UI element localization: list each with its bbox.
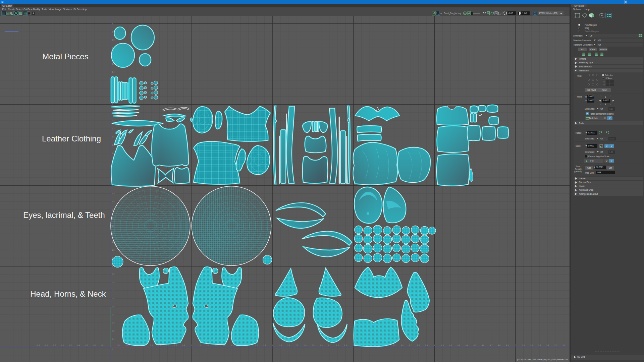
svg-text:Leather Clothing: Leather Clothing bbox=[42, 134, 101, 143]
svg-text:ACES 1.0 SDR-video (sRGB): ACES 1.0 SDR-video (sRGB) bbox=[539, 12, 557, 15]
svg-text:Eyes, lacrimal, & Teeth: Eyes, lacrimal, & Teeth bbox=[23, 210, 105, 220]
svg-text:5.5: 5.5 bbox=[554, 344, 557, 346]
svg-text:1.2: 1.2 bbox=[112, 249, 115, 251]
svg-text:0.8: 0.8 bbox=[112, 282, 115, 284]
svg-text:0.3: 0.3 bbox=[112, 322, 115, 324]
svg-text:1.00: 1.00 bbox=[522, 12, 527, 14]
svg-text:0.00: 0.00 bbox=[508, 12, 513, 14]
svg-text:4.8: 4.8 bbox=[498, 344, 500, 346]
svg-text:-0.8: -0.8 bbox=[45, 344, 48, 346]
svg-text:4.1: 4.1 bbox=[441, 344, 444, 346]
svg-text:5.2: 5.2 bbox=[530, 344, 533, 346]
svg-text:3.7: 3.7 bbox=[409, 344, 412, 346]
svg-text:0.8: 0.8 bbox=[174, 344, 177, 346]
svg-text:-0.2: -0.2 bbox=[93, 344, 96, 346]
svg-text:-0.9: -0.9 bbox=[36, 344, 40, 346]
svg-text:2.7: 2.7 bbox=[112, 128, 115, 130]
svg-text:0.5: 0.5 bbox=[112, 306, 115, 308]
svg-text:1.5: 1.5 bbox=[231, 344, 233, 346]
svg-text:-0.6: -0.6 bbox=[61, 344, 64, 346]
svg-text:1.9: 1.9 bbox=[112, 192, 115, 194]
svg-text:3.8: 3.8 bbox=[112, 39, 115, 41]
svg-text:M: M bbox=[487, 12, 489, 14]
svg-text:4.7: 4.7 bbox=[490, 344, 492, 346]
svg-text:4.2: 4.2 bbox=[449, 344, 452, 346]
svg-text:4.9: 4.9 bbox=[506, 344, 508, 346]
svg-text:-0.7: -0.7 bbox=[53, 344, 56, 346]
svg-text:0.9: 0.9 bbox=[182, 344, 185, 346]
svg-text:2.6: 2.6 bbox=[320, 344, 323, 346]
svg-text:3.9: 3.9 bbox=[425, 344, 428, 346]
svg-text:2: 2 bbox=[272, 344, 273, 346]
svg-text:5: 5 bbox=[515, 344, 516, 346]
svg-text:2.3: 2.3 bbox=[296, 344, 298, 346]
svg-text:0.1: 0.1 bbox=[118, 344, 120, 346]
svg-text:Zbrush_Tear_line.bmp: Zbrush_Tear_line.bmp bbox=[444, 12, 461, 15]
svg-text:3: 3 bbox=[112, 104, 113, 106]
svg-text:N: N bbox=[495, 12, 497, 14]
svg-text:4.3: 4.3 bbox=[458, 344, 460, 346]
svg-text:3.5: 3.5 bbox=[393, 344, 395, 346]
svg-text:0.7: 0.7 bbox=[112, 290, 115, 292]
svg-text:2.5: 2.5 bbox=[312, 344, 314, 346]
svg-text:2.2: 2.2 bbox=[287, 344, 290, 346]
svg-text:1: 1 bbox=[191, 344, 192, 346]
svg-text:4.5: 4.5 bbox=[474, 344, 476, 346]
svg-text:0.9: 0.9 bbox=[112, 273, 115, 275]
svg-text:1.9: 1.9 bbox=[263, 344, 266, 346]
svg-text:2.1: 2.1 bbox=[279, 344, 282, 346]
svg-text:0.6: 0.6 bbox=[112, 298, 115, 300]
svg-text:3.6: 3.6 bbox=[401, 344, 404, 346]
svg-text:3.8: 3.8 bbox=[417, 344, 420, 346]
svg-text:5.6: 5.6 bbox=[562, 344, 565, 346]
svg-text:0.4: 0.4 bbox=[112, 314, 115, 316]
svg-text:2.7: 2.7 bbox=[328, 344, 331, 346]
svg-text:0: 0 bbox=[112, 348, 113, 350]
svg-text:1.8: 1.8 bbox=[255, 344, 258, 346]
svg-text:2.8: 2.8 bbox=[336, 344, 339, 346]
svg-text:-0.3: -0.3 bbox=[85, 344, 88, 346]
svg-text:0.5: 0.5 bbox=[150, 344, 153, 346]
svg-text:1.2: 1.2 bbox=[207, 344, 209, 346]
svg-text:0.1: 0.1 bbox=[112, 338, 115, 340]
svg-text:Head, Horns, & Neck: Head, Horns, & Neck bbox=[30, 289, 106, 298]
svg-text:2.4: 2.4 bbox=[304, 344, 307, 346]
svg-text:-0.5: -0.5 bbox=[69, 344, 72, 346]
svg-text:(0/154) UV shells, (0/0) overl: (0/154) UV shells, (0/0) overlapping UVs… bbox=[517, 358, 568, 361]
svg-text:3.4: 3.4 bbox=[112, 71, 115, 73]
svg-text:2.8: 2.8 bbox=[112, 120, 115, 122]
svg-text:2.9: 2.9 bbox=[344, 344, 347, 346]
svg-text:0.2: 0.2 bbox=[112, 330, 115, 332]
svg-text:1.1: 1.1 bbox=[199, 344, 201, 346]
svg-text:-0.4: -0.4 bbox=[77, 344, 80, 346]
svg-text:1.8: 1.8 bbox=[112, 200, 115, 202]
svg-text:1: 1 bbox=[112, 265, 113, 267]
svg-text:2.6: 2.6 bbox=[112, 136, 115, 138]
svg-text:5.3: 5.3 bbox=[538, 344, 541, 346]
svg-text:4.6: 4.6 bbox=[482, 344, 484, 346]
svg-text:Metal Pieces: Metal Pieces bbox=[42, 52, 88, 61]
svg-text:-0.1: -0.1 bbox=[101, 344, 104, 346]
svg-text:4.4: 4.4 bbox=[466, 344, 469, 346]
svg-text:5.1: 5.1 bbox=[522, 344, 525, 346]
svg-text:5.4: 5.4 bbox=[546, 344, 549, 346]
